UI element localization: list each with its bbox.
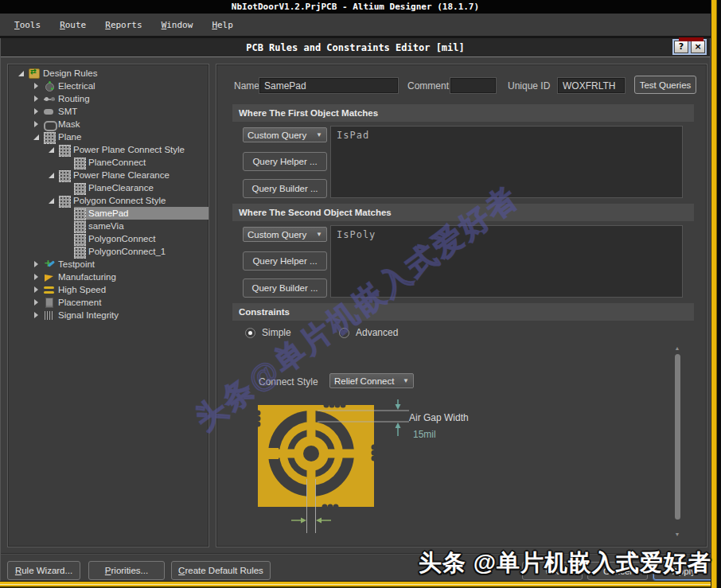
menu-tools[interactable]: Tools bbox=[6, 17, 49, 33]
plane-rule-icon bbox=[74, 158, 85, 168]
tree-item-content[interactable]: Power Plane Connect Style bbox=[59, 143, 209, 156]
tree-item-samevia[interactable]: sameVia bbox=[8, 220, 209, 232]
tree-item-planeconnect[interactable]: PlaneConnect bbox=[8, 156, 209, 169]
menu-help[interactable]: Help bbox=[204, 17, 241, 33]
second-match-query-box[interactable]: IsPoly bbox=[330, 225, 683, 298]
simple-radio[interactable]: Simple bbox=[245, 327, 291, 338]
tree-item-power-plane-clearance[interactable]: Power Plane Clearance bbox=[8, 169, 209, 181]
tree-item-content[interactable]: PolygonConnect_1 bbox=[74, 245, 209, 258]
second-query-helper-button[interactable]: Query Helper ... bbox=[243, 251, 327, 271]
app-titlebar: NbIotDoorV1.2.PrjPCB - Altium Designer (… bbox=[0, 0, 711, 14]
tree-item-electrical[interactable]: Electrical bbox=[8, 80, 209, 92]
expand-arrow-icon[interactable] bbox=[33, 273, 41, 281]
tree-item-content[interactable]: Power Plane Clearance bbox=[59, 169, 209, 181]
second-match-scope-dropdown[interactable]: Custom Query ▼ bbox=[243, 227, 327, 242]
rules-tree[interactable]: Design RulesElectricalRoutingSMTMaskPlan… bbox=[7, 64, 209, 547]
tree-item-placement[interactable]: Placement bbox=[8, 296, 209, 309]
tree-item-high-speed[interactable]: High Speed bbox=[8, 283, 209, 296]
tree-item-content[interactable]: SamePad bbox=[74, 207, 209, 220]
expand-arrow-icon[interactable] bbox=[33, 298, 41, 306]
tree-item-signal-integrity[interactable]: Signal Integrity bbox=[8, 309, 209, 321]
tree-item-content[interactable]: Routing bbox=[44, 92, 209, 105]
expand-arrow-icon[interactable] bbox=[33, 107, 41, 115]
tree-spacer bbox=[63, 222, 71, 230]
collapse-arrow-icon[interactable] bbox=[33, 133, 41, 141]
red-strip bbox=[679, 37, 703, 41]
tree-item-polygonconnect[interactable]: PolygonConnect bbox=[8, 232, 209, 245]
comment-input[interactable] bbox=[450, 78, 496, 93]
tree-item-content[interactable]: PlaneConnect bbox=[74, 156, 209, 169]
tree-item-content[interactable]: sameVia bbox=[74, 220, 209, 232]
unique-id-label: Unique ID bbox=[508, 80, 550, 92]
expand-arrow-icon[interactable] bbox=[33, 82, 41, 90]
dialog-titlebar[interactable]: PCB Rules and Constraints Editor [mil] ?… bbox=[1, 38, 710, 57]
tree-item-manufacturing[interactable]: Manufacturing bbox=[8, 271, 209, 283]
tree-item-content[interactable]: Plane bbox=[44, 130, 209, 143]
first-query-helper-button[interactable]: Query Helper ... bbox=[243, 152, 327, 171]
collapse-arrow-icon[interactable] bbox=[18, 69, 25, 77]
menu-route[interactable]: Route bbox=[52, 17, 94, 33]
menubar: ToolsRouteReportsWindowHelp bbox=[0, 14, 711, 38]
tree-item-mask[interactable]: Mask bbox=[8, 118, 209, 130]
constraints-scrollbar[interactable]: ▲ ▼ bbox=[673, 345, 681, 539]
advanced-radio[interactable]: Advanced bbox=[339, 327, 398, 338]
unique-id-input[interactable] bbox=[558, 78, 625, 93]
constraints-header: Constraints bbox=[232, 303, 694, 321]
tree-item-content[interactable]: High Speed bbox=[44, 283, 209, 296]
first-query-builder-button[interactable]: Query Builder ... bbox=[243, 179, 327, 198]
second-match-header: Where The Second Object Matches bbox=[232, 204, 694, 221]
collapse-arrow-icon[interactable] bbox=[48, 171, 56, 179]
expand-arrow-icon[interactable] bbox=[33, 311, 41, 319]
tree-item-smt[interactable]: SMT bbox=[8, 105, 209, 118]
expand-arrow-icon[interactable] bbox=[33, 260, 41, 268]
tree-item-content[interactable]: Electrical bbox=[44, 80, 209, 92]
routing-icon bbox=[44, 94, 55, 104]
close-icon[interactable]: × bbox=[691, 41, 705, 53]
smt-icon bbox=[44, 107, 55, 117]
tree-item-content[interactable]: Design Rules bbox=[29, 67, 209, 80]
tree-item-content[interactable]: Signal Integrity bbox=[44, 309, 209, 321]
expand-arrow-icon[interactable] bbox=[33, 95, 41, 103]
collapse-arrow-icon[interactable] bbox=[48, 146, 56, 154]
dialog-title: PCB Rules and Constraints Editor [mil] bbox=[246, 42, 465, 53]
expand-arrow-icon[interactable] bbox=[33, 286, 41, 294]
tree-item-testpoint[interactable]: Testpoint bbox=[8, 258, 209, 271]
first-match-scope-dropdown[interactable]: Custom Query ▼ bbox=[243, 127, 327, 142]
tree-spacer bbox=[63, 235, 71, 243]
tree-item-content[interactable]: Placement bbox=[44, 296, 209, 309]
tree-item-samepad[interactable]: SamePad bbox=[8, 207, 209, 220]
tree-item-design-rules[interactable]: Design Rules bbox=[8, 67, 209, 80]
tree-item-content[interactable]: Testpoint bbox=[44, 258, 209, 271]
scroll-thumb[interactable] bbox=[675, 354, 680, 520]
tree-item-content[interactable]: Mask bbox=[44, 118, 209, 130]
expand-arrow-icon[interactable] bbox=[33, 120, 41, 128]
tree-item-power-plane-connect-style[interactable]: Power Plane Connect Style bbox=[8, 143, 209, 156]
tree-item-content[interactable]: SMT bbox=[44, 105, 209, 118]
scroll-down-icon[interactable]: ▼ bbox=[675, 531, 680, 539]
tree-item-polygon-connect-style[interactable]: Polygon Connect Style bbox=[8, 194, 209, 207]
tree-item-content[interactable]: Manufacturing bbox=[44, 271, 209, 283]
tree-item-content[interactable]: Polygon Connect Style bbox=[59, 194, 209, 207]
tree-item-polygonconnect-1[interactable]: PolygonConnect_1 bbox=[8, 245, 209, 258]
help-icon[interactable]: ? bbox=[674, 41, 688, 53]
name-input[interactable] bbox=[259, 78, 398, 93]
menu-reports[interactable]: Reports bbox=[97, 17, 150, 33]
menu-window[interactable]: Window bbox=[154, 17, 201, 33]
tree-item-routing[interactable]: Routing bbox=[8, 92, 209, 105]
tree-item-plane[interactable]: Plane bbox=[8, 130, 209, 143]
plane-rule-icon bbox=[74, 183, 85, 193]
rule-wizard-button[interactable]: Rule Wizard... bbox=[7, 561, 80, 580]
create-default-rules-button[interactable]: Create Default Rules bbox=[171, 561, 271, 580]
chevron-down-icon: ▼ bbox=[403, 377, 409, 384]
scroll-up-icon[interactable]: ▲ bbox=[675, 345, 680, 352]
tree-item-content[interactable]: PolygonConnect bbox=[74, 232, 209, 245]
mask-icon bbox=[44, 119, 55, 130]
tree-item-content[interactable]: PlaneClearance bbox=[74, 181, 209, 194]
second-query-builder-button[interactable]: Query Builder ... bbox=[243, 278, 327, 298]
collapse-arrow-icon[interactable] bbox=[48, 197, 56, 204]
tree-item-planeclearance[interactable]: PlaneClearance bbox=[8, 181, 209, 194]
first-match-query-box[interactable]: IsPad bbox=[330, 126, 683, 198]
test-queries-button[interactable]: Test Queries bbox=[634, 76, 696, 94]
priorities-button[interactable]: Priorities... bbox=[88, 561, 165, 580]
connect-style-dropdown[interactable]: Relief Connect ▼ bbox=[329, 373, 414, 388]
